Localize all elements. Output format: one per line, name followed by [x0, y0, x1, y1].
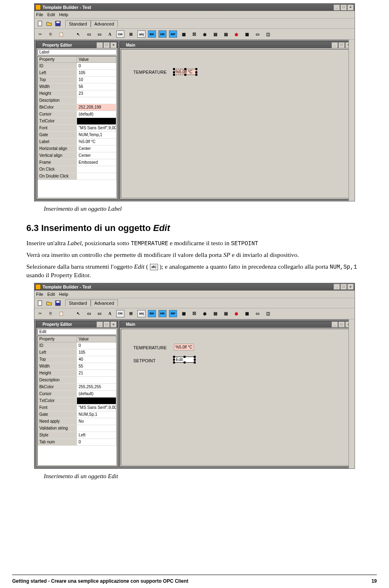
property-row[interactable]: Top10 — [38, 77, 116, 83]
property-row[interactable]: Font"MS Sans Serif",9,0000 — [38, 404, 116, 411]
property-row[interactable]: StyleLeft — [38, 432, 116, 439]
label-icon[interactable]: ▭ — [95, 310, 103, 317]
pointer-icon[interactable]: ↖ — [74, 310, 82, 317]
table-icon[interactable]: ▦ — [243, 310, 251, 317]
property-row[interactable]: Description — [38, 377, 116, 384]
property-value[interactable]: %5.0lf °C — [77, 139, 116, 145]
property-value[interactable] — [77, 377, 116, 384]
property-value[interactable]: (default) — [77, 111, 116, 118]
property-value[interactable]: Center — [77, 145, 116, 152]
radio-icon[interactable]: ◉ — [201, 30, 209, 38]
close-button[interactable]: × — [110, 321, 117, 327]
bk-icon[interactable]: BK — [148, 30, 156, 38]
image-icon[interactable]: ⊞ — [127, 310, 135, 317]
tabs-icon[interactable]: ▭ — [253, 30, 261, 38]
new-icon[interactable] — [36, 299, 44, 307]
property-value[interactable]: Left — [77, 432, 116, 439]
property-row[interactable]: Tab num0 — [38, 439, 116, 446]
property-value[interactable]: 105 — [77, 349, 116, 356]
maximize-button[interactable]: □ — [103, 42, 110, 48]
property-value[interactable]: 56 — [77, 83, 116, 90]
close-button[interactable]: × — [110, 42, 117, 48]
menu-edit[interactable]: Edit — [47, 12, 55, 17]
hk-icon[interactable]: HK — [158, 30, 167, 38]
tab-advanced[interactable]: Advanced — [91, 299, 118, 306]
close-button[interactable]: × — [347, 4, 354, 11]
property-value[interactable]: 40 — [77, 356, 116, 363]
tab-advanced[interactable]: Advanced — [91, 20, 118, 27]
tab-standard[interactable]: Standard — [65, 299, 91, 306]
menu-help[interactable]: Help — [59, 292, 68, 297]
property-row[interactable]: ID0 — [38, 342, 116, 349]
minimize-button[interactable]: _ — [333, 284, 340, 290]
maximize-button[interactable]: □ — [340, 4, 347, 11]
minimize-button[interactable]: _ — [333, 4, 340, 11]
property-value[interactable]: 0 — [77, 63, 116, 70]
property-value[interactable]: Embossed — [77, 159, 116, 166]
temperature-label[interactable]: TEMPERATURE — [133, 345, 167, 350]
property-value[interactable]: "MS Sans Serif",9,0000 — [77, 404, 116, 411]
panel-icon[interactable]: ◫ — [264, 30, 272, 38]
selected-edit-object[interactable]: Edit — [174, 357, 195, 363]
pointer-icon[interactable]: ↖ — [74, 30, 82, 38]
property-row[interactable]: ID0 — [38, 63, 116, 70]
edit-tool-icon[interactable]: ab| — [137, 30, 145, 38]
property-row[interactable]: GateNUM,Temp,1 — [38, 132, 116, 139]
hk-icon[interactable]: HK — [158, 310, 167, 317]
property-row[interactable]: GateNUM,Sp,1 — [38, 411, 116, 418]
property-value[interactable] — [77, 425, 116, 432]
panel-icon[interactable]: ◫ — [264, 310, 272, 317]
property-row[interactable]: Font"MS Sans Serif",9,0000 — [38, 125, 116, 132]
property-row[interactable]: Cursor(default) — [38, 391, 116, 398]
property-value[interactable]: 0 — [77, 342, 116, 349]
mf-icon[interactable]: MF — [169, 310, 177, 317]
combo-icon[interactable]: ▤ — [222, 310, 230, 317]
frame-icon[interactable]: ▭ — [85, 30, 93, 38]
temperature-label[interactable]: TEMPERATURE — [133, 70, 167, 75]
tab-standard[interactable]: Standard — [65, 20, 91, 27]
property-row[interactable]: Height21 — [38, 370, 116, 377]
property-row[interactable]: Height23 — [38, 90, 116, 97]
property-value[interactable]: 0,0,0 — [77, 398, 116, 404]
property-row[interactable]: Vertical alignCenter — [38, 152, 116, 159]
property-value[interactable]: 23 — [77, 90, 116, 97]
label-object[interactable]: %5.0lf °C — [174, 344, 194, 351]
image-icon[interactable]: ⊞ — [127, 30, 135, 38]
ok-button-icon[interactable]: OK — [116, 310, 124, 317]
property-value[interactable] — [77, 97, 116, 104]
property-row[interactable]: On Double Click — [38, 173, 116, 180]
property-value[interactable]: 10 — [77, 77, 116, 83]
led-icon[interactable]: ◉ — [232, 310, 240, 317]
property-value[interactable] — [77, 166, 116, 173]
property-row[interactable]: TxtColor0,0,0 — [38, 398, 116, 404]
minimize-button[interactable]: _ — [331, 42, 338, 48]
maximize-button[interactable]: □ — [340, 284, 347, 290]
paste-icon[interactable]: 📋 — [57, 310, 65, 318]
object-selector[interactable]: Label — [37, 49, 117, 55]
open-icon[interactable] — [45, 19, 53, 28]
save-icon[interactable] — [54, 299, 62, 307]
maximize-button[interactable]: □ — [103, 321, 110, 327]
menu-file[interactable]: File — [36, 292, 43, 297]
save-icon[interactable] — [54, 19, 62, 28]
menu-file[interactable]: File — [36, 12, 43, 17]
property-row[interactable]: Horizontal alignCenter — [38, 145, 116, 152]
property-row[interactable]: Left105 — [38, 70, 116, 77]
copy-icon[interactable]: ⎘ — [47, 310, 55, 318]
checkbox-icon[interactable]: ☒ — [190, 30, 198, 38]
property-row[interactable]: BkColor255,255,255 — [38, 384, 116, 391]
led-icon[interactable]: ◉ — [232, 30, 240, 38]
cut-icon[interactable]: ✂ — [36, 310, 44, 318]
property-value[interactable]: "MS Sans Serif",9,0000 — [77, 125, 116, 132]
grid-icon[interactable]: ▦ — [180, 30, 188, 38]
property-row[interactable]: FrameEmbossed — [38, 159, 116, 166]
property-value[interactable]: NUM,Sp,1 — [77, 411, 116, 418]
property-row[interactable]: Top40 — [38, 356, 116, 363]
text-icon[interactable]: A — [106, 310, 114, 317]
list-icon[interactable]: ▤ — [211, 310, 219, 317]
design-canvas[interactable]: TEMPERATURE %5.0lf °C SETPOINT Edit — [121, 329, 352, 466]
tabs-icon[interactable]: ▭ — [253, 310, 261, 317]
checkbox-icon[interactable]: ☒ — [190, 310, 198, 317]
menu-edit[interactable]: Edit — [47, 292, 55, 297]
property-value[interactable]: 0,0,0 — [77, 118, 116, 125]
